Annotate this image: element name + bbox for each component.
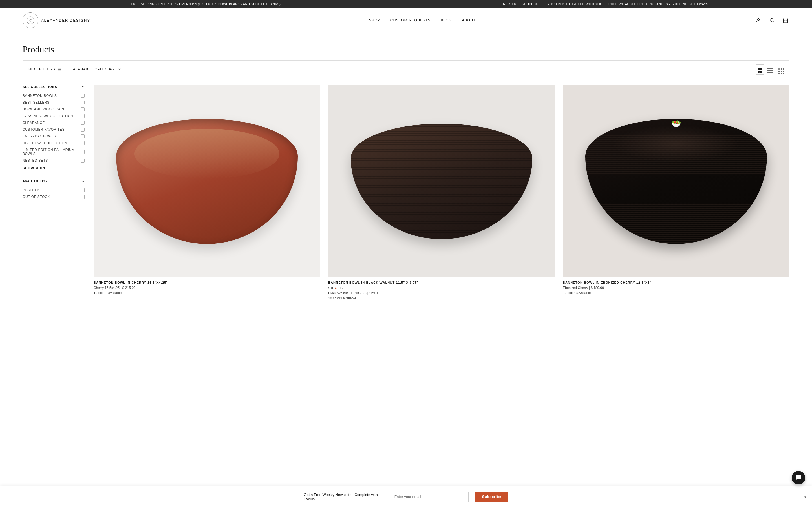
sort-button[interactable]: ALPHABETICALLY, A-Z — [67, 64, 128, 75]
svg-point-3 — [770, 18, 773, 21]
filter-checkbox[interactable] — [81, 101, 85, 105]
filter-checkbox[interactable] — [81, 121, 85, 125]
show-more-button[interactable]: SHOW MORE — [22, 166, 85, 170]
header-icons — [755, 16, 790, 24]
page-title-section: Products — [0, 33, 812, 60]
product-variant-2: Black Walnut 11.5x3.75 | $ 129.00 — [328, 291, 555, 295]
grid-2x2-icon — [758, 68, 762, 73]
chevron-up-icon — [81, 179, 85, 183]
salad-illustration: 🥗 — [671, 119, 681, 128]
product-variant-3: Ebonized Cherry | $ 189.00 — [563, 286, 790, 290]
filter-in-stock[interactable]: IN STOCK — [22, 187, 85, 193]
product-name-2: BANNETON BOWL IN BLACK WALNUT 11.5" X 3.… — [328, 281, 555, 284]
filter-bar: HIDE FILTERS ALPHABETICALLY, A-Z — [22, 60, 790, 78]
search-icon[interactable] — [768, 16, 776, 24]
product-rating-2: 5.0 ★ (1) — [328, 286, 555, 290]
chevron-up-icon — [81, 85, 85, 89]
main-nav: SHOP CUSTOM REQUESTS BLOG ABOUT — [369, 18, 476, 22]
view-2col-button[interactable] — [756, 64, 764, 75]
product-card-1[interactable]: BANNETON BOWL IN CHERRY 15.5"X4.25" Cher… — [94, 85, 320, 300]
filter-banneton-bowls[interactable]: BANNETON BOWLS — [22, 93, 85, 99]
view-3col-button[interactable] — [765, 63, 774, 75]
svg-text:a: a — [29, 18, 32, 22]
filter-customer-favorites[interactable]: CUSTOMER FAVORITES — [22, 126, 85, 133]
product-name-1: BANNETON BOWL IN CHERRY 15.5"X4.25" — [94, 281, 320, 284]
product-colors-1: 10 colors available — [94, 291, 320, 295]
announcement-left: FREE SHIPPING ON ORDERS OVER $199 (EXCLU… — [6, 2, 406, 6]
grid-3x3-icon — [767, 68, 772, 73]
nav-custom-requests[interactable]: CUSTOM REQUESTS — [391, 18, 431, 22]
filter-icon — [57, 67, 61, 71]
filter-checkbox[interactable] — [81, 128, 85, 131]
product-image-2 — [328, 85, 555, 277]
announcement-right: RISK FREE SHOPPING... IF YOU AREN'T THRI… — [406, 2, 806, 6]
collections-filter-title[interactable]: ALL COLLECTIONS — [22, 85, 85, 89]
hide-filters-button[interactable]: HIDE FILTERS — [23, 64, 67, 75]
product-colors-3: 10 colors available — [563, 291, 790, 295]
filter-checkbox[interactable] — [81, 114, 85, 118]
filter-cassini-bowl[interactable]: CASSINI BOWL COLLECTION — [22, 113, 85, 119]
sidebar-divider — [22, 175, 85, 175]
product-grid: BANNETON BOWL IN CHERRY 15.5"X4.25" Cher… — [94, 85, 790, 300]
svg-point-2 — [758, 18, 760, 20]
nav-about[interactable]: ABOUT — [462, 18, 476, 22]
availability-filter-title[interactable]: AVAILABILITY — [22, 179, 85, 183]
page-title: Products — [22, 44, 790, 55]
bowl-walnut-illustration — [351, 124, 532, 239]
site-header: a ALEXANDER DESIGNS SHOP CUSTOM REQUESTS… — [0, 8, 812, 33]
main-content: ALL COLLECTIONS BANNETON BOWLS BEST SELL… — [0, 78, 812, 307]
filter-checkbox[interactable] — [81, 195, 85, 199]
nav-shop[interactable]: SHOP — [369, 18, 380, 22]
filter-clearance[interactable]: CLEARANCE — [22, 119, 85, 126]
filter-checkbox[interactable] — [81, 134, 85, 138]
filter-checkbox[interactable] — [81, 141, 85, 145]
product-name-3: BANNETON BOWL IN EBONIZED CHERRY 12.5"X5… — [563, 281, 790, 284]
filter-checkbox[interactable] — [81, 94, 85, 98]
view-toggle — [752, 61, 789, 78]
view-4col-button[interactable] — [776, 63, 786, 76]
svg-line-4 — [773, 21, 774, 22]
rating-value-2: 5.0 — [328, 286, 333, 290]
filter-nested-sets[interactable]: NESTED SETS — [22, 157, 85, 164]
product-image-3: 🥗 — [563, 85, 790, 277]
logo-text: ALEXANDER DESIGNS — [41, 18, 90, 22]
logo-link[interactable]: a ALEXANDER DESIGNS — [22, 12, 90, 28]
sidebar: ALL COLLECTIONS BANNETON BOWLS BEST SELL… — [22, 85, 85, 300]
bowl-cherry-illustration — [116, 119, 297, 244]
product-colors-2: 10 colors available — [328, 296, 555, 300]
product-card-3[interactable]: 🥗 BANNETON BOWL IN EBONIZED CHERRY 12.5"… — [563, 85, 790, 300]
filter-everyday-bowls[interactable]: EVERYDAY BOWLS — [22, 133, 85, 140]
filter-checkbox[interactable] — [81, 107, 85, 111]
nav-blog[interactable]: BLOG — [441, 18, 452, 22]
account-icon[interactable] — [755, 16, 762, 24]
filter-out-of-stock[interactable]: OUT OF STOCK — [22, 193, 85, 200]
filter-bowl-wood-care[interactable]: BOWL AND WOOD CARE — [22, 106, 85, 113]
filter-checkbox[interactable] — [81, 150, 85, 154]
product-card-2[interactable]: BANNETON BOWL IN BLACK WALNUT 11.5" X 3.… — [328, 85, 555, 300]
filter-best-sellers[interactable]: BEST SELLERS — [22, 99, 85, 106]
logo-icon: a — [22, 12, 38, 28]
announcement-bar: FREE SHIPPING ON ORDERS OVER $199 (EXCLU… — [0, 0, 812, 8]
review-count-2: (1) — [339, 286, 343, 290]
grid-4x4-icon — [777, 68, 784, 74]
product-image-1 — [94, 85, 320, 277]
filter-limited-edition[interactable]: LIMITED EDITION PALLADIUM BOWLS — [22, 147, 85, 157]
filter-checkbox[interactable] — [81, 159, 85, 163]
product-variant-1: Cherry 15.5x4.25 | $ 215.00 — [94, 286, 320, 290]
cart-icon[interactable] — [781, 16, 790, 24]
filter-hive-bowl[interactable]: HIVE BOWL COLLECTION — [22, 140, 85, 147]
sort-icon — [117, 67, 121, 71]
bowl-ebonized-illustration: 🥗 — [585, 119, 767, 244]
filter-checkbox[interactable] — [81, 188, 85, 192]
star-icon-2: ★ — [334, 286, 338, 290]
